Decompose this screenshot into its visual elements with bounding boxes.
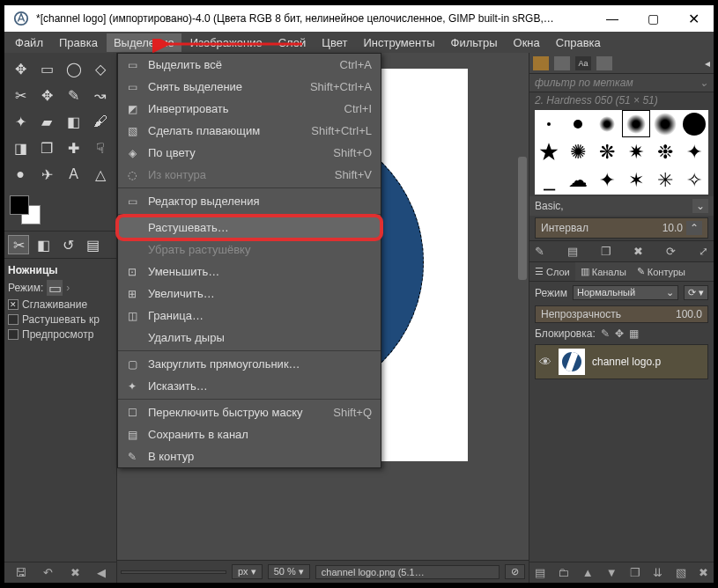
brush-cell[interactable]: ✳ — [651, 167, 679, 195]
tool-warp[interactable]: ↝ — [88, 83, 113, 107]
brush-cell[interactable]: ✧ — [680, 167, 708, 195]
layer-item[interactable]: 👁 channel logo.p — [535, 344, 708, 379]
tool-bucket[interactable]: ▰ — [34, 109, 59, 134]
tool-smudge[interactable]: ☟ — [88, 136, 113, 160]
mode-icon[interactable]: ▭ — [47, 280, 63, 296]
menu-edit[interactable]: Правка — [52, 33, 105, 52]
dock-menu-icon[interactable]: ◂ — [705, 57, 710, 70]
duplicate-brush-icon[interactable]: ❐ — [601, 245, 611, 258]
minimize-button[interactable]: — — [592, 5, 633, 32]
menu-select-grow[interactable]: ⊞ Увеличить… — [118, 283, 381, 305]
tab-channels[interactable]: ▥ Каналы — [575, 262, 632, 281]
tab-layers[interactable]: ☰ Слои — [529, 262, 575, 281]
opt-feather[interactable]: Растушевать кр — [8, 313, 113, 326]
menu-select-topath[interactable]: ✎ В контур — [118, 445, 381, 467]
opt-preview[interactable]: Предпросмотр — [8, 328, 113, 341]
tool-eraser[interactable]: ◨ — [8, 136, 33, 160]
tool-crop[interactable]: ✂ — [8, 83, 33, 107]
interval-row[interactable]: Интервал 10.0 ⌃ — [535, 217, 708, 239]
delete-layer-icon[interactable]: ✖ — [699, 566, 708, 579]
tool-heal[interactable]: ✚ — [62, 136, 86, 160]
menu-filters[interactable]: Фильтры — [444, 33, 505, 52]
menu-file[interactable]: Файл — [8, 33, 50, 52]
tab-patterns[interactable] — [554, 56, 570, 70]
brush-filter[interactable]: фильтр по меткам ⌄ — [529, 74, 714, 92]
menu-select-border[interactable]: ◫ Граница… — [118, 305, 381, 327]
mask-layer-icon[interactable]: ▧ — [676, 566, 686, 579]
color-swatches[interactable] — [4, 190, 116, 231]
brush-cell[interactable] — [622, 110, 650, 137]
tab-paths[interactable]: ✎ Контуры — [632, 262, 691, 281]
maximize-button[interactable]: ▢ — [633, 5, 673, 32]
tool-free-select[interactable]: ◇ — [88, 56, 113, 81]
menu-windows[interactable]: Окна — [507, 33, 547, 52]
brush-cell[interactable] — [593, 110, 621, 137]
brush-cell[interactable]: ✶ — [622, 167, 650, 195]
brush-cell[interactable]: ✺ — [564, 138, 592, 165]
menu-selection-editor[interactable]: ▭ Редактор выделения — [118, 190, 381, 212]
checkbox-icon[interactable] — [8, 314, 19, 325]
chevron-down-icon[interactable]: ⌄ — [692, 199, 708, 213]
menu-help[interactable]: Справка — [549, 33, 608, 52]
tab-device-status[interactable]: ◧ — [33, 235, 54, 254]
brush-cell[interactable]: ✦ — [680, 138, 708, 165]
tab-undo-history[interactable]: ↺ — [57, 235, 78, 254]
tool-clone[interactable]: ❐ — [34, 136, 59, 160]
tool-move[interactable]: ✥ — [8, 56, 33, 81]
tab-tool-options[interactable]: ✂ — [8, 235, 29, 254]
menu-select-float[interactable]: ▧ Сделать плавающим Shift+Ctrl+L — [118, 120, 381, 142]
menu-layer[interactable]: Слой — [271, 33, 314, 52]
tool-rect-select[interactable]: ▭ — [34, 56, 59, 81]
menu-select-feather[interactable]: Растушевать… — [118, 217, 381, 239]
menu-color[interactable]: Цвет — [315, 33, 354, 52]
menu-select-tochannel[interactable]: ▤ Сохранить в канал — [118, 423, 381, 445]
reset-preset-icon[interactable]: ◀ — [97, 566, 106, 579]
layer-thumbnail[interactable] — [559, 349, 585, 375]
checkbox-icon[interactable] — [8, 299, 19, 310]
lower-layer-icon[interactable]: ▼ — [606, 566, 618, 579]
brush-cell[interactable] — [535, 138, 563, 165]
edit-brush-icon[interactable]: ✎ — [535, 245, 544, 258]
menu-select[interactable]: Выделение — [107, 33, 181, 52]
brush-cell[interactable] — [535, 110, 563, 137]
save-preset-icon[interactable]: 🖫 — [15, 566, 26, 579]
tool-ellipse-select[interactable]: ◯ — [62, 56, 86, 81]
brush-cell[interactable]: ✷ — [622, 138, 650, 165]
lock-position-icon[interactable]: ✥ — [615, 327, 624, 340]
visibility-eye-icon[interactable]: 👁 — [539, 355, 551, 369]
tool-text[interactable]: A — [62, 162, 86, 187]
tool-ink[interactable]: ● — [8, 162, 33, 187]
tool-airbrush[interactable]: ✈ — [34, 162, 59, 187]
new-layer-icon[interactable]: ▤ — [535, 566, 545, 579]
menu-select-bycolor[interactable]: ◈ По цвету Shift+O — [118, 142, 381, 164]
delete-preset-icon[interactable]: ✖ — [70, 566, 80, 579]
tool-brush[interactable]: 🖌 — [88, 109, 113, 134]
duplicate-layer-icon[interactable]: ❐ — [630, 566, 640, 579]
brush-cell[interactable]: ☁ — [564, 167, 592, 195]
new-brush-icon[interactable]: ▤ — [567, 245, 578, 258]
brush-cell[interactable] — [680, 110, 708, 137]
refresh-brush-icon[interactable]: ⟳ — [666, 245, 676, 258]
opt-antialias[interactable]: Сглаживание — [8, 298, 113, 311]
tab-images[interactable]: ▤ — [82, 235, 103, 254]
menu-select-removeholes[interactable]: Удалить дыры — [118, 327, 381, 349]
delete-brush-icon[interactable]: ✖ — [633, 245, 643, 258]
merge-layer-icon[interactable]: ⇊ — [653, 566, 662, 579]
menu-select-shrink[interactable]: ⊡ Уменьшить… — [118, 261, 381, 283]
tab-brushes[interactable] — [533, 56, 549, 70]
tool-gradient[interactable]: ◧ — [62, 109, 86, 134]
brush-cell[interactable]: ❉ — [651, 138, 679, 165]
layer-mode-reset-icon[interactable]: ⟳ ▾ — [684, 285, 708, 300]
layer-mode-select[interactable]: Нормальный⌄ — [573, 285, 678, 300]
menu-select-roundrect[interactable]: ▢ Закруглить прямоугольник… — [118, 353, 381, 375]
tab-gradients[interactable] — [596, 56, 612, 70]
open-brush-icon[interactable]: ⤢ — [699, 245, 708, 258]
menu-select-distort[interactable]: ✦ Исказить… — [118, 375, 381, 397]
lock-alpha-icon[interactable]: ▦ — [629, 327, 639, 340]
layer-name[interactable]: channel logo.p — [592, 356, 704, 368]
brush-preset-row[interactable]: Basic, ⌄ — [529, 196, 714, 216]
tool-fuzzy-select[interactable]: ✦ — [8, 109, 33, 134]
layer-opacity-row[interactable]: Непрозрачность 100.0 — [535, 305, 708, 323]
new-group-icon[interactable]: 🗀 — [558, 566, 569, 579]
restore-preset-icon[interactable]: ↶ — [43, 566, 53, 579]
